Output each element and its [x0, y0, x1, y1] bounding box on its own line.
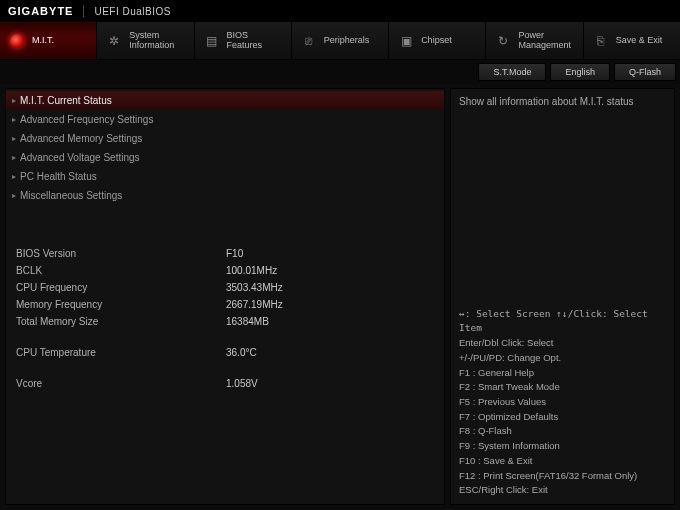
- hk-change-opt: +/-/PU/PD: Change Opt.: [459, 351, 666, 366]
- tab-mit[interactable]: M.I.T.: [0, 22, 97, 59]
- row-vcore: Vcore1.058V: [16, 375, 434, 392]
- hk-f1: F1 : General Help: [459, 366, 666, 381]
- tab-peripherals[interactable]: ⎚ Peripherals: [292, 22, 389, 59]
- menu-adv-voltage[interactable]: ▸Advanced Voltage Settings: [6, 148, 444, 167]
- left-pane: ▸M.I.T. Current Status ▸Advanced Frequen…: [5, 88, 445, 505]
- brand-product: UEFI DualBIOS: [94, 6, 171, 17]
- brand-separator: [83, 5, 84, 17]
- st-mode-button[interactable]: S.T.Mode: [478, 63, 546, 81]
- row-bclk: BCLK100.01MHz: [16, 262, 434, 279]
- hk-f9: F9 : System Information: [459, 439, 666, 454]
- power-icon: ↻: [494, 32, 512, 50]
- top-tabs: M.I.T. ✲ SystemInformation ▤ BIOSFeature…: [0, 22, 680, 60]
- row-total-memory: Total Memory Size16384MB: [16, 313, 434, 330]
- adapter-icon: ⎚: [300, 32, 318, 50]
- hk-f5: F5 : Previous Values: [459, 395, 666, 410]
- tab-system-information[interactable]: ✲ SystemInformation: [97, 22, 194, 59]
- menu-mit-current-status[interactable]: ▸M.I.T. Current Status: [6, 91, 444, 110]
- tab-chipset[interactable]: ▣ Chipset: [389, 22, 486, 59]
- info-block: BIOS VersionF10 BCLK100.01MHz CPU Freque…: [6, 245, 444, 392]
- brand-name: GIGABYTE: [8, 5, 73, 17]
- menu-pc-health[interactable]: ▸PC Health Status: [6, 167, 444, 186]
- brand-bar: GIGABYTE UEFI DualBIOS: [0, 0, 680, 22]
- led-icon: [8, 32, 26, 50]
- hk-enter: Enter/Dbl Click: Select: [459, 336, 666, 351]
- gear-icon: ✲: [105, 32, 123, 50]
- tab-power-management[interactable]: ↻ PowerManagement: [486, 22, 583, 59]
- chip-icon: ▤: [203, 32, 221, 50]
- sub-toolbar: S.T.Mode English Q-Flash: [0, 60, 680, 84]
- hk-f2: F2 : Smart Tweak Mode: [459, 380, 666, 395]
- hk-f10: F10 : Save & Exit: [459, 454, 666, 469]
- exit-icon: ⎘: [592, 32, 610, 50]
- help-description: Show all information about M.I.T. status: [459, 95, 666, 109]
- tab-bios-features[interactable]: ▤ BIOSFeatures: [195, 22, 292, 59]
- row-cpu-frequency: CPU Frequency3503.43MHz: [16, 279, 434, 296]
- row-bios-version: BIOS VersionF10: [16, 245, 434, 262]
- chipset-icon: ▣: [397, 32, 415, 50]
- hk-select-screen: ↔: Select Screen ↑↓/Click: Select Item: [459, 307, 666, 336]
- row-cpu-temperature: CPU Temperature36.0°C: [16, 344, 434, 361]
- q-flash-button[interactable]: Q-Flash: [614, 63, 676, 81]
- work-area: ▸M.I.T. Current Status ▸Advanced Frequen…: [0, 84, 680, 510]
- hk-f7: F7 : Optimized Defaults: [459, 410, 666, 425]
- language-button[interactable]: English: [550, 63, 610, 81]
- hk-f8: F8 : Q-Flash: [459, 424, 666, 439]
- right-pane: Show all information about M.I.T. status…: [450, 88, 675, 505]
- hk-esc: ESC/Right Click: Exit: [459, 483, 666, 498]
- menu-misc-settings[interactable]: ▸Miscellaneous Settings: [6, 186, 444, 205]
- tab-save-exit[interactable]: ⎘ Save & Exit: [584, 22, 680, 59]
- menu-adv-memory[interactable]: ▸Advanced Memory Settings: [6, 129, 444, 148]
- row-memory-frequency: Memory Frequency2667.19MHz: [16, 296, 434, 313]
- hk-f12: F12 : Print Screen(FAT16/32 Format Only): [459, 469, 666, 484]
- menu-list: ▸M.I.T. Current Status ▸Advanced Frequen…: [6, 89, 444, 207]
- menu-adv-frequency[interactable]: ▸Advanced Frequency Settings: [6, 110, 444, 129]
- hotkey-list: ↔: Select Screen ↑↓/Click: Select Item E…: [459, 307, 666, 498]
